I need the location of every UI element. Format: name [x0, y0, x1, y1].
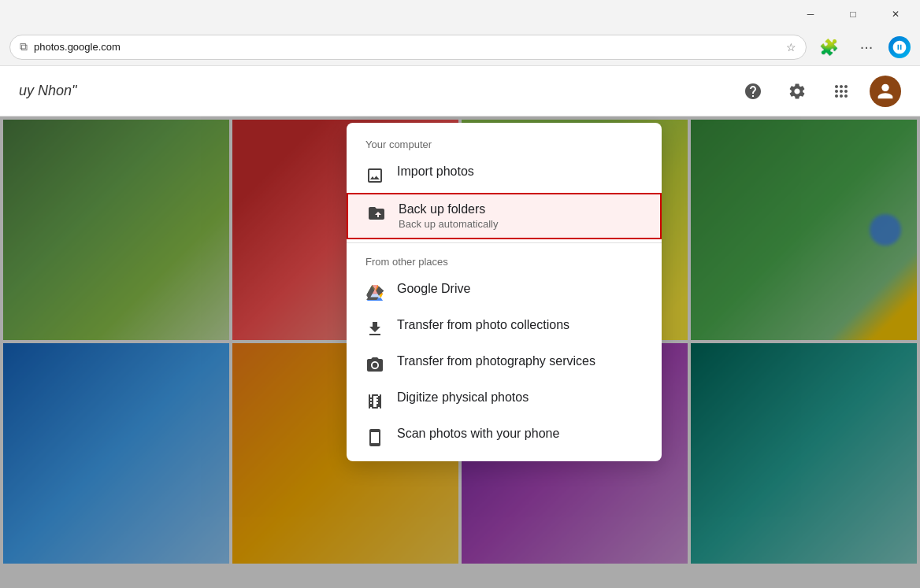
google-drive-label: Google Drive: [397, 282, 470, 296]
digitize-label: Digitize physical photos: [397, 390, 529, 405]
content-area: uy Nhon": [0, 66, 920, 588]
backup-folders-subtitle: Back up automatically: [399, 218, 498, 230]
film-scan-icon: [365, 392, 384, 411]
browser-frame: ─ □ ✕ ⧉ photos.google.com ☆ 🧩 ··· uy Nho…: [0, 0, 920, 588]
address-bar: ⧉ photos.google.com ☆ 🧩 ···: [0, 28, 920, 66]
menu-item-import-photos[interactable]: Import photos: [347, 157, 662, 193]
avatar[interactable]: [870, 76, 901, 107]
menu-item-photography-text: Transfer from photography services: [397, 354, 595, 368]
menu-item-import-text: Import photos: [397, 165, 474, 179]
help-icon-button[interactable]: [737, 76, 769, 107]
more-options-icon[interactable]: ···: [851, 31, 882, 63]
svg-point-0: [881, 83, 888, 91]
menu-item-google-drive[interactable]: Google Drive: [347, 274, 662, 310]
title-bar: ─ □ ✕: [0, 0, 920, 28]
menu-item-transfer-photography[interactable]: Transfer from photography services: [347, 346, 662, 383]
transfer-photography-label: Transfer from photography services: [397, 354, 595, 368]
close-button[interactable]: ✕: [877, 0, 914, 28]
menu-item-digitize[interactable]: Digitize physical photos: [347, 383, 662, 419]
menu-item-backup-folders[interactable]: Back up folders Back up automatically: [347, 193, 662, 239]
backup-folders-label: Back up folders: [399, 202, 498, 216]
section-label-other: From other places: [347, 246, 662, 274]
folder-upload-icon: [367, 204, 386, 223]
camera-transfer-icon: [365, 356, 384, 375]
photos-header: uy Nhon": [0, 66, 920, 116]
minimize-button[interactable]: ─: [792, 0, 829, 28]
edge-browser-icon[interactable]: [888, 36, 911, 58]
menu-item-drive-text: Google Drive: [397, 282, 470, 296]
google-drive-icon: [365, 283, 384, 302]
menu-item-scan-text: Scan photos with your phone: [397, 427, 559, 441]
url-text: photos.google.com: [34, 41, 780, 53]
settings-icon-button[interactable]: [781, 76, 813, 107]
photo-grid: Your computer Import photos: [0, 116, 920, 588]
address-input[interactable]: ⧉ photos.google.com ☆: [9, 35, 807, 60]
phone-scan-icon: [365, 428, 384, 447]
menu-item-scan-phone[interactable]: Scan photos with your phone: [347, 419, 662, 455]
download-arrow-icon: [365, 320, 384, 338]
menu-item-transfer-collections[interactable]: Transfer from photo collections: [347, 310, 662, 346]
menu-item-backup-text: Back up folders Back up automatically: [399, 202, 498, 230]
menu-item-digitize-text: Digitize physical photos: [397, 390, 529, 405]
image-import-icon: [365, 166, 384, 185]
maximize-button[interactable]: □: [835, 0, 871, 28]
import-photos-label: Import photos: [397, 165, 474, 179]
open-new-tab-icon[interactable]: ⧉: [20, 40, 28, 54]
scan-phone-label: Scan photos with your phone: [397, 427, 559, 441]
page-title: uy Nhon": [19, 83, 76, 99]
upload-dropdown-menu: Your computer Import photos: [347, 123, 662, 461]
bookmark-icon[interactable]: ☆: [786, 41, 796, 54]
transfer-collections-label: Transfer from photo collections: [397, 318, 569, 332]
extensions-icon[interactable]: 🧩: [813, 31, 844, 63]
section-label-computer: Your computer: [347, 129, 662, 157]
svg-point-1: [373, 363, 377, 368]
menu-divider: [347, 242, 662, 243]
apps-icon-button[interactable]: [825, 76, 857, 107]
menu-item-collections-text: Transfer from photo collections: [397, 318, 569, 332]
